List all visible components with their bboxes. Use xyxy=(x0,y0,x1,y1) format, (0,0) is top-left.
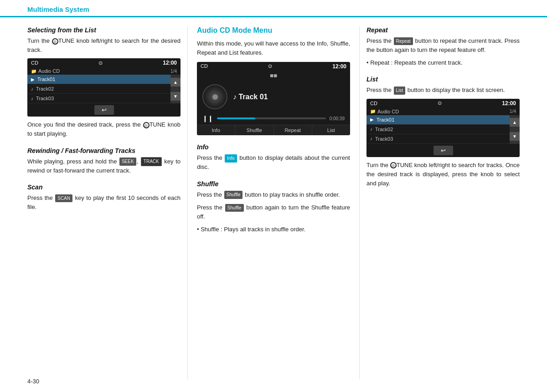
info-section: Info Press the Info button to display de… xyxy=(197,143,350,172)
note-icon-2-right: ♪ xyxy=(370,127,372,132)
cd-back-row-right: ↩ xyxy=(366,144,520,157)
left-column: Selecting from the List Turn the ◎TUNE k… xyxy=(27,26,187,379)
scroll-up-left[interactable]: ▲ xyxy=(170,78,181,87)
cd-tracklist-with-scroll-left: ▶ Track01 ♪ Track02 ♪ Track03 ▲ xyxy=(27,75,181,103)
cd-tracklist-right: ▶ Track01 ♪ Track02 ♪ Track03 xyxy=(366,115,510,144)
list-inline-btn: List xyxy=(394,87,406,95)
play-icon-left: ▶ xyxy=(31,77,35,82)
track2-label-left: Track02 xyxy=(36,86,167,92)
repeat-inline-btn: Repeat xyxy=(394,37,413,46)
cd-playing-indicator: ◼◼ xyxy=(270,73,277,78)
select-list-text2: Once you find the desired track, press t… xyxy=(27,120,181,138)
track-row-2-left: ♪ Track02 xyxy=(27,84,170,94)
cd-label-right: CD xyxy=(370,101,377,106)
track-row-1-left: ▶ Track01 xyxy=(27,75,170,84)
play-icon-right: ▶ xyxy=(370,117,374,122)
info-inline-btn: Info xyxy=(225,154,237,163)
scan-section: Scan Press the SCAN key to play the firs… xyxy=(27,183,181,212)
cd-tracklist-left: ▶ Track01 ♪ Track02 ♪ Track03 xyxy=(27,75,170,103)
pause-icon: ❙❙ xyxy=(202,115,213,122)
track-btn: TRACK xyxy=(141,157,162,166)
page-number: 4-30 xyxy=(27,378,39,385)
cd-time-center: 12:00 xyxy=(332,63,346,70)
cd-screen-center-header: CD ⊙ 12:00 xyxy=(197,62,350,71)
cd-dot-center: ⊙ xyxy=(268,63,272,70)
scroll-up-right[interactable]: ▲ xyxy=(510,118,520,127)
cd-label-left: CD xyxy=(31,60,38,66)
note-icon-3-right: ♪ xyxy=(370,136,372,141)
cd-tracklist-with-scroll-right: ▶ Track01 ♪ Track02 ♪ Track03 ▲ xyxy=(366,115,520,144)
cd-tracknum-right: 1/4 xyxy=(510,109,516,114)
page-footer: 4-30 xyxy=(27,378,39,385)
progress-bar xyxy=(217,117,326,119)
cd-screen-header-right: CD ⊙ 12:00 xyxy=(366,99,520,108)
cd-screen-header-left: CD ⊙ 12:00 xyxy=(27,58,181,67)
scan-title: Scan xyxy=(27,183,181,191)
shuffle-inline-btn1: Shuffle xyxy=(224,191,243,199)
back-btn-left[interactable]: ↩ xyxy=(94,105,114,115)
tune-icon-right: ◎ xyxy=(390,162,397,168)
cd-buttons-row[interactable]: Info Shuffle Repeat List xyxy=(197,125,350,135)
scroll-buttons-right[interactable]: ▲ ▼ xyxy=(510,115,520,144)
center-column: Audio CD Mode Menu Within this mode, you… xyxy=(187,26,360,379)
audio-cd-mode-title: Audio CD Mode Menu xyxy=(197,26,350,35)
track-row-3-left: ♪ Track03 xyxy=(27,94,170,103)
scan-btn: SCAN xyxy=(55,194,72,203)
cd-track-info: ♪ Track 01 xyxy=(233,93,268,101)
back-btn-right[interactable]: ↩ xyxy=(433,146,453,155)
repeat-title: Repeat xyxy=(366,26,520,34)
note-icon-3-left: ♪ xyxy=(31,96,33,101)
cd-screen-right: CD ⊙ 12:00 📁 Audio CD 1/4 ▶ Track01 xyxy=(366,99,520,157)
tune-knob-icon: ◎ xyxy=(52,38,58,45)
shuffle-bullet: • Shuffle : Plays all tracks in shuffle … xyxy=(197,225,350,234)
shuffle-cd-btn[interactable]: Shuffle xyxy=(235,125,274,135)
right-column: Repeat Press the Repeat button to repeat… xyxy=(360,26,520,379)
cd-dot-right: ⊙ xyxy=(438,100,442,106)
tune-icon-inline: ◎ xyxy=(143,122,150,128)
audio-cd-mode-section: Audio CD Mode Menu Within this mode, you… xyxy=(197,26,350,135)
cd-subtitle-right: Audio CD xyxy=(377,109,399,114)
info-cd-btn[interactable]: Info xyxy=(197,125,235,135)
scroll-down-left[interactable]: ▼ xyxy=(170,92,181,101)
cd-dot-left: ⊙ xyxy=(98,60,103,66)
info-title: Info xyxy=(197,143,350,151)
header-title: Multimedia System xyxy=(27,5,520,16)
music-note-icon: ♪ xyxy=(233,93,237,101)
repeat-text: Press the Repeat button to repeat the cu… xyxy=(366,36,520,55)
rewind-text: While playing, press and hold the SEEK, … xyxy=(27,157,181,175)
select-list-title: Selecting from the List xyxy=(27,26,181,34)
shuffle-title: Shuffle xyxy=(197,180,350,188)
seek-btn: SEEK xyxy=(119,158,136,166)
repeat-cd-btn[interactable]: Repeat xyxy=(274,125,312,135)
list-section-text: Turn the ◎TUNE knob left/right to search… xyxy=(366,161,520,188)
time-display: 0:00:39 xyxy=(330,116,345,121)
cd-back-row-left: ↩ xyxy=(27,103,181,117)
scroll-down-right[interactable]: ▼ xyxy=(510,132,520,141)
info-text: Press the Info button to display details… xyxy=(197,153,350,172)
scan-text: Press the SCAN key to play the first 10 … xyxy=(27,193,181,212)
list-cd-btn[interactable]: List xyxy=(312,125,350,135)
note-icon-2-left: ♪ xyxy=(31,87,33,92)
scroll-buttons-left[interactable]: ▲ ▼ xyxy=(170,75,181,103)
list-section: List Press the List button to display th… xyxy=(366,76,520,188)
track3-label-right: Track03 xyxy=(375,136,506,142)
track1-label-right: Track01 xyxy=(377,117,506,122)
shuffle-text1: Press the Shuffle button to play tracks … xyxy=(197,190,350,199)
shuffle-text2: Press the Shuffle button again to turn t… xyxy=(197,203,350,221)
track1-label-left: Track01 xyxy=(37,76,167,82)
repeat-bullet: • Repeat : Repeats the current track. xyxy=(366,58,520,67)
rewind-section: Rewinding / Fast-forwarding Tracks While… xyxy=(27,147,181,175)
cd-tracknum-left: 1/4 xyxy=(170,69,177,74)
track2-label-right: Track02 xyxy=(375,127,506,132)
audio-cd-mode-text: Within this mode, you will have access t… xyxy=(197,39,350,57)
cd-label-center: CD xyxy=(201,63,208,70)
cd-time-left: 12:00 xyxy=(163,60,177,66)
select-list-section: Selecting from the List Turn the ◎TUNE k… xyxy=(27,26,181,139)
cd-screen-left: CD ⊙ 12:00 📁 Audio CD 1/4 ▶ Track01 xyxy=(27,58,181,117)
cd-subtitle-left: Audio CD xyxy=(38,68,60,74)
progress-fill xyxy=(217,117,255,119)
shuffle-inline-btn2: Shuffle xyxy=(225,204,244,212)
cd-disc-center xyxy=(212,94,218,100)
track-row-1-right: ▶ Track01 xyxy=(366,115,510,125)
repeat-section: Repeat Press the Repeat button to repeat… xyxy=(366,26,520,67)
